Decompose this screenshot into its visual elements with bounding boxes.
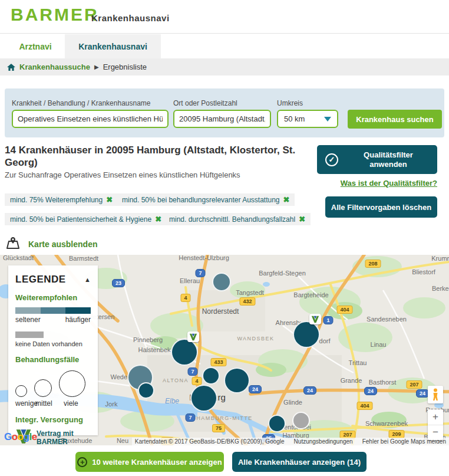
pegman-control[interactable] [428,386,443,403]
barmer-logo: BARMER [11,5,99,25]
road-badge: 7 [185,413,195,422]
remove-filter-icon[interactable]: ✖ [155,215,161,224]
map-place-label: HAMBURG-MITTE [196,415,253,421]
road-badge: 7 [187,367,197,376]
filter-chip-label: mind. 50% bei behandlungsrelevanter Auss… [122,196,280,204]
map-place-label: Bargteheide [293,291,328,298]
filter-chip: mind. 50% bei behandlungsrelevanter Auss… [117,193,295,206]
map-place-label: Pinneberg [133,336,163,343]
remove-filter-icon[interactable]: ✖ [299,215,305,224]
quality-filter-button[interactable]: ✓ Qualitätsfilter anwenden [317,145,437,174]
map-place-label: Elbe [165,397,179,405]
location-label: Ort oder Postleitzahl [173,99,237,107]
map-place-label: Basthorst [369,379,396,386]
legend-contract-label: Vertrag mit BARMER [37,429,84,445]
map-place-label: Bargfeld-Stegen [259,270,306,277]
barmer-contract-pin[interactable] [187,331,199,342]
legend-collapse-icon[interactable]: ▲ [84,276,91,283]
show-more-label: 10 weitere Krankenhäuser anzeigen [92,458,222,467]
map-place-label: WANDSBEK [237,336,274,342]
map-place-label: Ellerau [180,277,200,284]
map-toggle[interactable]: Karte ausblenden [6,237,97,252]
disease-input[interactable] [12,110,169,128]
hospital-marker[interactable] [138,382,154,399]
road-badge: 75 [212,424,225,432]
remove-filter-icon[interactable]: ✖ [106,195,113,204]
radius-value: 50 km [284,114,305,123]
hospital-marker[interactable] [202,367,220,385]
map-canvas[interactable]: LEGENDE ▲ Weiterempfohlen seltener häufi… [0,255,449,445]
map-legend: LEGENDE ▲ Weiterempfohlen seltener häufi… [8,265,98,435]
quality-filter-button-label: Qualitätsfilter anwenden [344,150,437,169]
google-logo[interactable]: Google [4,431,37,443]
map-place-label: Krumm [431,255,449,262]
hospital-marker[interactable] [224,367,250,393]
breadcrumb-arrow-icon: ▶ [94,64,99,70]
results-title: 14 Krankenhäuser in 20095 Hamburg (Altst… [5,144,313,169]
map-place-label: Trittau [349,359,367,366]
map-place-label: Barmstedt [69,255,98,262]
filter-chip-label: mind. 50% bei Patientensicherheit & Hygi… [10,215,151,224]
map-place-label: Schwarzenbek [365,420,408,427]
clear-filters-button[interactable]: Alle Filtervorgaben löschen [325,196,437,218]
map-place-label: Jork [105,401,118,408]
road-badge: 24 [416,389,429,398]
road-badge: 432 [239,297,255,306]
zoom-in-button[interactable]: + [428,409,443,425]
map-place-label: Glückstadt [3,255,34,261]
filter-chip-label: mind. durchschnittl. Behandlungsfallzahl [169,215,295,224]
page: BARMER Krankenhausnavi Arztnavi Krankenh… [0,0,449,476]
terms-link[interactable]: Nutzungsbedingungen [294,438,353,445]
map-zoom-control: + − [428,409,443,440]
road-badge: 209 [388,430,404,438]
legend-cases-label: mittel [35,399,64,408]
gradient-seg-mid [41,307,66,314]
home-icon[interactable] [7,64,15,71]
breadcrumb-current: Ergebnisliste [103,63,147,71]
hospital-marker[interactable] [190,385,217,412]
legend-integr-heading: Integr. Versorgung [15,415,91,424]
radius-select[interactable]: 50 km [277,110,338,128]
road-badge: 4 [180,294,190,302]
legend-no-data-bar [15,331,44,338]
search-button[interactable]: Krankenhaus suchen [348,110,442,129]
breadcrumb: Krankenhaussuche ▶ Ergebnisliste [0,58,449,75]
map-place-label: Henstedt-Ulzburg [179,255,229,261]
map-place-label: Glinde [283,399,302,406]
tab-krankenhausnavi[interactable]: Krankenhausnavi [65,34,161,58]
hospital-marker[interactable] [171,339,198,366]
radius-label: Umkreis [277,99,303,107]
quality-filter-info-link[interactable]: Was ist der Qualitätsfilter? [341,179,437,188]
legend-recommended-heading: Weiterempfohlen [15,293,91,302]
road-badge: 433 [210,358,226,366]
map-place-label: ALTONA [163,377,189,383]
legend-scale-right: häufiger [65,316,91,324]
map-place-label: Wedel [111,373,129,380]
legend-circle-small [15,385,27,397]
gradient-seg-low [15,307,41,314]
show-all-hospitals-button[interactable]: Alle Krankenhäuser anzeigen (14) [232,452,367,472]
map-attribution: Kartendaten © 2017 GeoBasis-DE/BKG (©200… [132,438,449,445]
remove-filter-icon[interactable]: ✖ [283,195,290,204]
legend-circle-medium [34,379,52,397]
chevron-down-icon [324,117,331,122]
road-badge: 23 [112,279,125,287]
show-more-hospitals-button[interactable]: + 10 weitere Krankenhäuser anzeigen [75,452,224,472]
legend-gradient-bar [15,307,91,314]
hospital-marker[interactable] [268,415,286,432]
road-badge: 24 [303,386,316,395]
zoom-out-button[interactable]: − [428,425,443,441]
legend-cases-label: viele [64,399,78,408]
map-place-label: dorf [319,337,331,344]
map-place-label: Sandesneben [367,316,407,323]
barmer-contract-pin[interactable] [309,314,321,324]
hospital-marker[interactable] [212,273,231,291]
breadcrumb-link-krankenhaussuche[interactable]: Krankenhaussuche [19,63,90,71]
location-input[interactable] [173,110,271,128]
hospital-marker[interactable] [293,321,320,348]
road-badge: 4 [192,377,202,385]
tab-arztnavi[interactable]: Arztnavi [6,34,65,58]
hospital-marker[interactable] [292,412,310,429]
pegman-icon [431,388,440,401]
legend-scale-left: seltener [15,316,41,324]
